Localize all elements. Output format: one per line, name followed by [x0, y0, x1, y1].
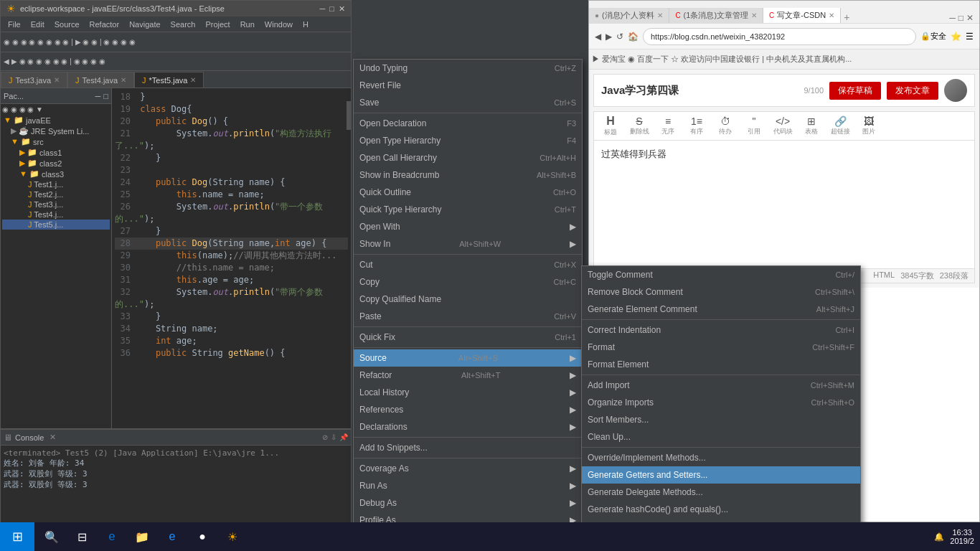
browser-tab-manage-close[interactable]: ✕ — [751, 11, 757, 19]
ctx-paste[interactable]: Paste Ctrl+V — [354, 308, 582, 325]
tab-test4[interactable]: J Test4.java ✕ — [67, 72, 134, 88]
start-button[interactable]: ⊞ — [0, 522, 34, 551]
publish-button[interactable]: 发布文章 — [887, 82, 938, 100]
ctx-debug-as[interactable]: Debug As ▶ — [354, 494, 582, 512]
minimize-button[interactable]: ─ — [320, 4, 326, 14]
ctx-show-in[interactable]: Show In Alt+Shift+W ▶ — [354, 235, 582, 253]
src-generate-element-comment[interactable]: Generate Element Comment Alt+Shift+J — [582, 301, 860, 318]
toolbar-link[interactable]: 🔗 超链接 — [826, 116, 854, 136]
ctx-quick-fix[interactable]: Quick Fix Ctrl+1 — [354, 329, 582, 346]
save-draft-button[interactable]: 保存草稿 — [829, 82, 881, 100]
browser-menu-icon[interactable]: ☰ — [966, 32, 974, 42]
src-generate-getters-setters[interactable]: Generate Getters and Setters... — [582, 466, 860, 484]
browser-address-bar[interactable] — [643, 28, 916, 45]
toolbar-wait[interactable]: ⏱ 待办 — [712, 116, 739, 136]
ctx-quick-type-hierarchy[interactable]: Quick Type Hierarchy Ctrl+T — [354, 201, 582, 218]
src-override-implement[interactable]: Override/Implement Methods... — [582, 449, 860, 466]
ctx-undo[interactable]: Undo Typing Ctrl+Z — [354, 60, 582, 77]
ctx-save[interactable]: Save Ctrl+S — [354, 94, 582, 111]
tab-close-test4[interactable]: ✕ — [121, 76, 126, 84]
browser-tab-weixin[interactable]: ● (消息)个人资料 ✕ — [589, 8, 669, 23]
toolbar-table[interactable]: ⊞ 表格 — [798, 116, 825, 136]
src-add-import[interactable]: Add Import Ctrl+Shift+M — [582, 377, 860, 394]
src-generate-hashcode[interactable]: Generate hashCode() and equals()... — [582, 501, 860, 518]
pe-test4[interactable]: J Test4.j... — [2, 209, 110, 220]
browser-tab-csdn-close[interactable]: ✕ — [829, 11, 834, 19]
taskbar-ie[interactable]: e — [158, 522, 187, 551]
src-clean-up[interactable]: Clean Up... — [582, 428, 860, 446]
tab-test5[interactable]: J *Test5.java ✕ — [134, 72, 204, 88]
browser-refresh[interactable]: ↺ — [616, 32, 623, 42]
src-correct-indentation[interactable]: Correct Indentation Ctrl+I — [582, 321, 860, 339]
ctx-run-as[interactable]: Run As ▶ — [354, 477, 582, 494]
tab-test3[interactable]: J Test3.java ✕ — [1, 72, 67, 88]
pe-jre[interactable]: ▶ ☕ JRE System Li... — [2, 126, 110, 136]
src-organize-imports[interactable]: Organize Imports Ctrl+Shift+O — [582, 394, 860, 411]
ctx-quick-outline[interactable]: Quick Outline Ctrl+O — [354, 184, 582, 201]
ctx-source[interactable]: Source Alt+Shift+S ▶ — [354, 349, 582, 367]
ctx-declarations[interactable]: Declarations ▶ — [354, 418, 582, 435]
browser-restore[interactable]: □ — [958, 13, 963, 23]
toolbar-quote[interactable]: " 引用 — [740, 116, 768, 136]
ctx-show-breadcrumb[interactable]: Show in Breadcrumb Alt+Shift+B — [354, 166, 582, 184]
pe-minimize[interactable]: ─ — [95, 92, 101, 100]
pe-test1[interactable]: J Test1.j... — [2, 179, 110, 189]
browser-bookmark[interactable]: ⭐ — [951, 32, 961, 42]
src-format[interactable]: Format Ctrl+Shift+F — [582, 339, 860, 356]
tab-close-test3[interactable]: ✕ — [54, 76, 60, 84]
toolbar-ordered-list[interactable]: 1≡ 有序 — [683, 116, 710, 136]
browser-close[interactable]: ✕ — [966, 13, 974, 23]
ctx-copy[interactable]: Copy Ctrl+C — [354, 273, 582, 291]
taskbar-search[interactable]: 🔍 — [37, 522, 66, 551]
src-remove-block-comment[interactable]: Remove Block Comment Ctrl+Shift+\ — [582, 283, 860, 301]
taskbar-eclipse[interactable]: ☀ — [218, 522, 247, 551]
console-clear[interactable]: ⊘ — [322, 433, 328, 441]
pe-test3[interactable]: J Test3.j... — [2, 199, 110, 209]
menu-refactor[interactable]: Refactor — [85, 19, 124, 30]
toolbar-unordered-list[interactable]: ≡ 无序 — [654, 116, 682, 136]
pe-class2[interactable]: ▶ 📁 class2 — [2, 158, 110, 169]
browser-forward[interactable]: ▶ — [606, 32, 612, 42]
ctx-references[interactable]: References ▶ — [354, 401, 582, 418]
src-toggle-comment[interactable]: Toggle Comment Ctrl+/ — [582, 266, 860, 283]
menu-source[interactable]: Source — [50, 19, 84, 30]
ctx-open-declaration[interactable]: Open Declaration F3 — [354, 115, 582, 132]
pe-javaee[interactable]: ▼ 📁 javaEE — [2, 115, 110, 126]
new-tab-button[interactable]: + — [844, 11, 849, 23]
toolbar-code[interactable]: </> 代码块 — [769, 116, 796, 136]
ctx-open-with[interactable]: Open With ▶ — [354, 218, 582, 235]
pe-test2[interactable]: J Test2.j... — [2, 189, 110, 199]
ctx-refactor[interactable]: Refactor Alt+Shift+T ▶ — [354, 367, 582, 384]
article-title[interactable]: Java学习第四课 — [601, 84, 798, 98]
browser-home[interactable]: 🏠 — [628, 32, 639, 42]
menu-project[interactable]: Project — [201, 19, 234, 30]
ctx-local-history[interactable]: Local History ▶ — [354, 384, 582, 401]
close-button[interactable]: ✕ — [339, 4, 345, 14]
browser-minimize[interactable]: ─ — [949, 13, 956, 23]
ctx-cut[interactable]: Cut Ctrl+X — [354, 256, 582, 273]
taskbar-edge[interactable]: e — [98, 522, 126, 551]
ctx-open-call-hierarchy[interactable]: Open Call Hierarchy Ctrl+Alt+H — [354, 149, 582, 166]
toolbar-image[interactable]: 🖼 图片 — [855, 116, 882, 136]
src-generate-delegate[interactable]: Generate Delegate Methods... — [582, 484, 860, 501]
ctx-add-snippets[interactable]: Add to Snippets... — [354, 439, 582, 456]
taskbar-chrome[interactable]: ● — [188, 522, 217, 551]
src-format-element[interactable]: Format Element — [582, 356, 860, 373]
browser-tab-manage[interactable]: C (1条消息)文章管理 ✕ — [669, 8, 763, 23]
taskbar-explorer[interactable]: 📁 — [128, 522, 156, 551]
toolbar-delete-line[interactable]: S 删除线 — [626, 116, 653, 136]
taskbar-notification[interactable]: 🔔 — [934, 532, 944, 542]
browser-tab-csdn[interactable]: C 写文章-CSDN ✕ — [763, 8, 841, 23]
menu-edit[interactable]: Edit — [27, 19, 49, 30]
browser-back[interactable]: ◀ — [595, 32, 601, 42]
taskbar-task-view[interactable]: ⊟ — [67, 522, 96, 551]
src-sort-members[interactable]: Sort Members... — [582, 411, 860, 428]
ctx-revert[interactable]: Revert File — [354, 77, 582, 94]
menu-file[interactable]: File — [4, 19, 25, 30]
console-pin[interactable]: 📌 — [339, 433, 348, 441]
console-scroll[interactable]: ⇩ — [331, 433, 336, 441]
pe-test5[interactable]: J Test5.j... — [2, 220, 110, 230]
browser-tab-weixin-close[interactable]: ✕ — [657, 11, 663, 19]
ctx-copy-qualified-name[interactable]: Copy Qualified Name — [354, 291, 582, 308]
menu-search[interactable]: Search — [166, 19, 200, 30]
